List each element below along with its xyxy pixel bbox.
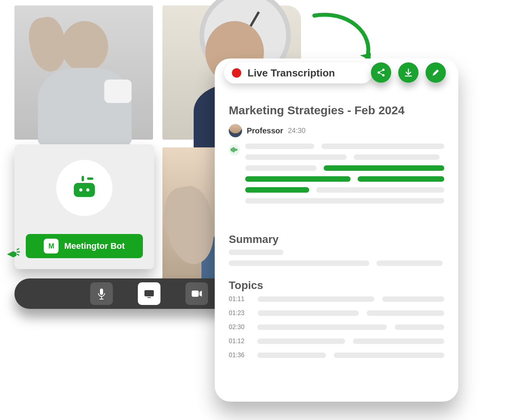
svg-rect-5 bbox=[100, 289, 103, 295]
pill-label: Live Transcription bbox=[248, 67, 335, 79]
record-dot-icon bbox=[232, 68, 241, 78]
download-icon bbox=[404, 68, 413, 77]
panel-actions bbox=[371, 62, 446, 83]
bot-badge-letter: M bbox=[48, 242, 54, 250]
share-button[interactable] bbox=[371, 62, 391, 83]
svg-rect-15 bbox=[235, 149, 236, 151]
svg-rect-14 bbox=[234, 148, 235, 152]
topics-title: Topics bbox=[229, 279, 263, 292]
svg-rect-12 bbox=[232, 148, 233, 152]
topic-time: 02:30 bbox=[229, 324, 249, 331]
speaker-time: 24:30 bbox=[288, 127, 305, 135]
summary-title: Summary bbox=[229, 233, 279, 246]
mic-button[interactable] bbox=[90, 282, 113, 305]
svg-point-19 bbox=[382, 74, 385, 76]
bot-icon-circle bbox=[56, 160, 112, 216]
topics-list: 01:11 01:23 02:30 01:12 01:36 bbox=[229, 296, 444, 366]
topic-row[interactable]: 02:30 bbox=[229, 324, 444, 331]
svg-rect-7 bbox=[100, 299, 103, 299]
speaker-name: Professor bbox=[247, 126, 283, 135]
share-screen-button[interactable] bbox=[138, 282, 160, 305]
panel-title: Marketing Strategies - Feb 2024 bbox=[229, 104, 404, 117]
transcript-lines bbox=[245, 144, 444, 209]
topic-time: 01:12 bbox=[229, 338, 249, 345]
topic-row[interactable]: 01:12 bbox=[229, 338, 444, 345]
topic-time: 01:36 bbox=[229, 352, 249, 359]
avatar bbox=[229, 124, 242, 137]
live-transcription-pill: Live Transcription bbox=[224, 62, 372, 83]
share-icon bbox=[376, 68, 386, 77]
topic-row[interactable]: 01:36 bbox=[229, 352, 444, 359]
svg-point-17 bbox=[378, 71, 380, 74]
svg-rect-8 bbox=[144, 290, 154, 296]
svg-rect-13 bbox=[233, 147, 234, 152]
svg-point-3 bbox=[79, 188, 82, 191]
topic-time: 01:23 bbox=[229, 310, 250, 317]
topic-row[interactable]: 01:23 bbox=[229, 310, 444, 317]
topic-row[interactable]: 01:11 bbox=[229, 296, 444, 303]
megaphone-icon bbox=[5, 245, 20, 260]
svg-point-4 bbox=[86, 188, 89, 191]
svg-rect-2 bbox=[87, 177, 93, 180]
speaker-info: Professor 24:30 bbox=[229, 124, 305, 137]
summary-lines bbox=[229, 250, 444, 271]
svg-rect-0 bbox=[74, 183, 95, 197]
transcript-panel: Live Transcription Marketing Strategies … bbox=[215, 58, 458, 402]
bot-badge: M bbox=[44, 239, 59, 253]
svg-point-18 bbox=[382, 69, 385, 71]
svg-rect-6 bbox=[101, 296, 102, 299]
bot-label: Meetingtor Bot bbox=[64, 241, 125, 251]
download-button[interactable] bbox=[398, 62, 419, 83]
bot-button[interactable]: M Meetingtor Bot bbox=[26, 234, 143, 258]
topic-time: 01:11 bbox=[229, 296, 250, 303]
svg-rect-11 bbox=[231, 149, 232, 151]
video-tile-1 bbox=[14, 5, 153, 140]
arrow-icon bbox=[312, 14, 375, 64]
svg-rect-9 bbox=[148, 297, 151, 298]
svg-rect-1 bbox=[82, 176, 84, 181]
edit-button[interactable] bbox=[426, 62, 446, 83]
camera-button[interactable] bbox=[185, 282, 208, 305]
svg-rect-16 bbox=[237, 149, 237, 151]
bot-card: M Meetingtor Bot bbox=[14, 144, 154, 269]
svg-rect-10 bbox=[192, 291, 199, 297]
waveform-icon bbox=[229, 144, 240, 155]
robot-icon bbox=[70, 176, 99, 200]
pencil-icon bbox=[431, 68, 440, 77]
